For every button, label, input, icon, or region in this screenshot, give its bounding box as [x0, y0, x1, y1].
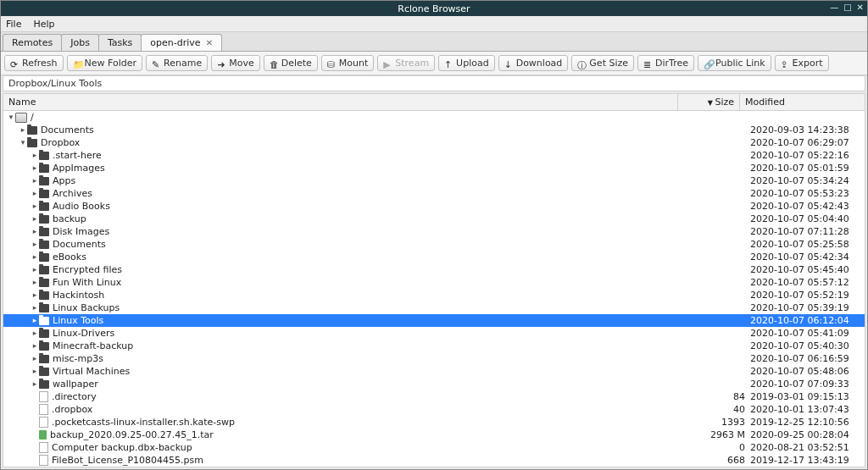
item-modified: 2020-09-29 20:48:01: [750, 467, 865, 467]
refresh-icon: ⟳: [10, 59, 19, 68]
item-name: backup_2020.09.25-00.27.45_1.tar: [50, 429, 214, 441]
tree-row[interactable]: ▸Encrypted files2020-10-07 05:45:40: [3, 263, 865, 276]
tab-tasks[interactable]: Tasks: [98, 34, 142, 51]
tab-close-icon[interactable]: ✕: [206, 38, 213, 47]
get-size-button[interactable]: ⓘGet Size: [571, 55, 634, 71]
tree-row[interactable]: linux-5.8.12.tar.gz974 M2020-09-29 20:48…: [3, 467, 865, 467]
export-button[interactable]: ⇪Export: [775, 55, 829, 71]
tree-row[interactable]: ▸misc-mp3s2020-10-07 06:16:59: [3, 352, 865, 365]
item-name: Encrypted files: [53, 263, 122, 276]
tree-row[interactable]: ▸Apps2020-10-07 05:34:24: [3, 174, 865, 187]
item-name: FileBot_License_P10804455.psm: [52, 454, 203, 467]
tree-row[interactable]: ▸eBooks2020-10-07 05:42:34: [3, 251, 865, 263]
expander-icon[interactable]: ▸: [31, 365, 39, 378]
tree-row[interactable]: ▾Dropbox2020-10-07 06:29:07: [3, 136, 865, 149]
expander-icon[interactable]: ▾: [7, 111, 15, 124]
expander-icon[interactable]: ▸: [31, 314, 39, 327]
expander-icon[interactable]: ▾: [19, 136, 27, 149]
expander-icon[interactable]: ▸: [31, 162, 39, 174]
export-icon: ⇪: [781, 59, 789, 68]
expander-icon[interactable]: ▸: [19, 124, 27, 136]
main-tabs: Remotes Jobs Tasks open-drive ✕: [1, 32, 867, 52]
tree-row[interactable]: ▸Hackintosh2020-10-07 05:52:19: [3, 289, 865, 301]
tree-root-row[interactable]: ▾ /: [3, 111, 865, 124]
tree-row[interactable]: ▸Archives2020-10-07 05:53:23: [3, 187, 865, 200]
download-button[interactable]: ↓Download: [498, 55, 569, 71]
item-name: linux-5.8.12.tar.gz: [50, 467, 135, 467]
tree-row[interactable]: ▸backup2020-10-07 05:04:40: [3, 213, 865, 225]
maximize-icon[interactable]: □: [843, 3, 851, 12]
file-icon: [39, 455, 48, 466]
item-name: Dropbox: [41, 136, 80, 149]
item-name: wallpaper: [53, 378, 98, 390]
tree-row[interactable]: ▸wallpaper2020-10-07 07:09:33: [3, 378, 865, 390]
header-size[interactable]: ▼ Size: [678, 94, 740, 110]
expander-icon[interactable]: ▸: [31, 352, 39, 365]
close-icon[interactable]: ✕: [857, 3, 864, 12]
expander-icon[interactable]: ▸: [31, 378, 39, 390]
refresh-button[interactable]: ⟳Refresh: [4, 55, 64, 71]
tree-row[interactable]: FileBot_License_P10804455.psm6682019-12-…: [3, 454, 865, 467]
tree-row[interactable]: ▸Virtual Machines2020-10-07 05:48:06: [3, 365, 865, 378]
item-name: Linux Backups: [53, 301, 120, 314]
tree-row[interactable]: .directory842019-03-01 09:15:13: [3, 390, 865, 403]
expander-icon[interactable]: ▸: [31, 200, 39, 213]
item-size: 1393: [694, 416, 750, 429]
upload-button[interactable]: ↑Upload: [438, 55, 495, 71]
menu-bar: File Help: [1, 16, 867, 32]
tree-row[interactable]: ▸Documents2020-09-03 14:23:38: [3, 124, 865, 136]
file-tree[interactable]: ▾ / ▸Documents2020-09-03 14:23:38▾Dropbo…: [3, 111, 865, 467]
item-name: Minecraft-backup: [53, 340, 133, 352]
header-modified[interactable]: Modified: [740, 94, 865, 110]
tab-open-drive[interactable]: open-drive ✕: [141, 34, 222, 51]
item-size: 0: [694, 441, 750, 454]
menu-file[interactable]: File: [6, 19, 21, 30]
tree-row[interactable]: ▸Documents2020-10-07 05:25:58: [3, 238, 865, 251]
public-link-button[interactable]: 🔗Public Link: [698, 55, 771, 71]
tree-row[interactable]: ▸.start-here2020-10-07 05:22:16: [3, 149, 865, 162]
new-folder-button[interactable]: 📁New Folder: [67, 55, 142, 71]
expander-icon[interactable]: ▸: [31, 301, 39, 314]
item-modified: 2020-10-07 05:48:06: [750, 365, 865, 378]
expander-icon[interactable]: ▸: [31, 289, 39, 301]
item-name: Computer backup.dbx-backup: [52, 441, 192, 454]
tree-row[interactable]: ▸Minecraft-backup2020-10-07 05:40:30: [3, 340, 865, 352]
expander-icon[interactable]: ▸: [31, 174, 39, 187]
expander-icon[interactable]: ▸: [31, 225, 39, 238]
move-button[interactable]: ➜Move: [211, 55, 260, 71]
expander-icon[interactable]: ▸: [31, 238, 39, 251]
mount-button[interactable]: ⛁Mount: [321, 55, 374, 71]
header-name[interactable]: Name: [3, 94, 678, 110]
expander-icon[interactable]: ▸: [31, 187, 39, 200]
tree-row[interactable]: Computer backup.dbx-backup02020-08-21 03…: [3, 441, 865, 454]
tree-row[interactable]: ▸Linux Backups2020-10-07 05:39:19: [3, 301, 865, 314]
dirtree-button[interactable]: ≣DirTree: [637, 55, 694, 71]
minimize-icon[interactable]: —: [830, 3, 838, 12]
expander-icon[interactable]: ▸: [31, 340, 39, 352]
item-size: 974 M: [694, 467, 750, 467]
expander-icon[interactable]: ▸: [31, 263, 39, 276]
expander-icon[interactable]: ▸: [31, 276, 39, 289]
delete-button[interactable]: 🗑Delete: [264, 55, 318, 71]
tree-row[interactable]: ▸Linux Tools2020-10-07 06:12:04: [3, 314, 865, 327]
tree-row[interactable]: ▸Disk Images2020-10-07 07:11:28: [3, 225, 865, 238]
path-bar[interactable]: Dropbox/Linux Tools: [3, 75, 865, 91]
tree-row[interactable]: .pocketcasts-linux-installer.sh.kate-swp…: [3, 416, 865, 429]
folder-icon: [39, 266, 49, 274]
tree-row[interactable]: backup_2020.09.25-00.27.45_1.tar2963 M20…: [3, 429, 865, 441]
tab-jobs[interactable]: Jobs: [61, 34, 99, 51]
expander-icon[interactable]: ▸: [31, 251, 39, 263]
tree-row[interactable]: ▸Fun With Linux2020-10-07 05:57:12: [3, 276, 865, 289]
menu-help[interactable]: Help: [33, 19, 54, 30]
tree-row[interactable]: ▸AppImages2020-10-07 05:01:59: [3, 162, 865, 174]
item-name: Audio Books: [53, 200, 110, 213]
tree-row[interactable]: ▸Audio Books2020-10-07 05:42:43: [3, 200, 865, 213]
expander-icon[interactable]: ▸: [31, 327, 39, 340]
tab-remotes[interactable]: Remotes: [3, 34, 62, 51]
tree-row[interactable]: .dropbox402020-10-01 13:07:43: [3, 403, 865, 416]
tree-row[interactable]: ▸Linux-Drivers2020-10-07 05:41:09: [3, 327, 865, 340]
rename-button[interactable]: ✎Rename: [146, 55, 208, 71]
info-icon: ⓘ: [577, 59, 586, 68]
expander-icon[interactable]: ▸: [31, 213, 39, 225]
expander-icon[interactable]: ▸: [31, 149, 39, 162]
